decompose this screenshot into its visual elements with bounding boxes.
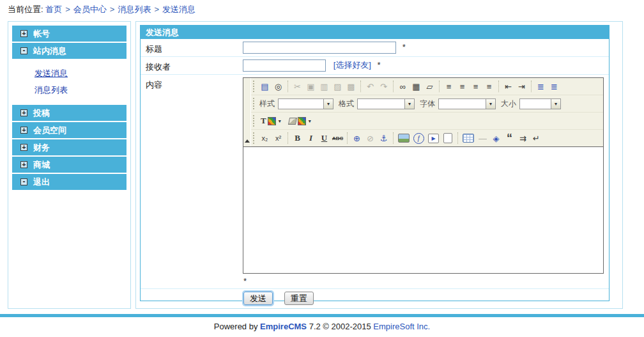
sidebar-item-member-space[interactable]: 会员空间 [12, 122, 126, 138]
blockquote-icon[interactable]: “ [503, 132, 516, 145]
expand-icon [20, 30, 27, 37]
toolbar-separator [393, 81, 394, 92]
breadcrumb-link-member-center[interactable]: 会员中心 [73, 4, 107, 14]
title-label: 标题 [141, 39, 241, 56]
collapse-icon [20, 178, 27, 185]
chevron-down-icon [486, 98, 496, 109]
link-icon[interactable]: ⊕ [350, 132, 364, 145]
outdent-icon[interactable]: ⇤ [502, 80, 515, 93]
source-icon[interactable]: ▤ [258, 80, 272, 93]
anchor-icon[interactable]: ⚓ [377, 132, 390, 145]
submenu-item-message-list[interactable]: 消息列表 [34, 82, 126, 98]
paste-text-icon[interactable]: ▨ [331, 80, 344, 93]
size-dropdown[interactable] [519, 98, 561, 109]
receiver-value-cell: [选择好友] * [241, 57, 609, 74]
color-palette-icon [298, 117, 306, 125]
style-dropdown-value [278, 98, 324, 109]
breadcrumb-label: 当前位置: [8, 4, 43, 14]
find-icon[interactable]: ∞ [396, 80, 410, 93]
style-dropdown[interactable] [278, 98, 334, 109]
horizontal-rule-icon[interactable]: — [476, 132, 489, 145]
copy-icon[interactable]: ▣ [304, 80, 318, 93]
reset-button[interactable]: 重置 [284, 292, 314, 305]
cut-icon[interactable]: ✂ [291, 80, 304, 93]
remove-format-icon[interactable]: ▱ [423, 80, 436, 93]
strikethrough-icon[interactable]: ABC [331, 132, 344, 145]
page: 当前位置: 首页>会员中心>消息列表>发送消息 帐号 站内消息 发送消息 消息列… [0, 0, 644, 337]
bullet-list-icon[interactable]: ≣ [548, 80, 561, 93]
receiver-input[interactable] [243, 59, 326, 72]
media-icon[interactable]: ▶ [428, 134, 439, 143]
toolbar-row-3: T [251, 113, 603, 130]
submenu-item-send-message[interactable]: 发送消息 [34, 65, 126, 82]
editor-content-area[interactable] [243, 147, 603, 273]
template-icon[interactable]: ⇉ [516, 132, 530, 145]
paste-icon[interactable]: ▥ [318, 80, 331, 93]
select-all-icon[interactable]: ▦ [410, 80, 423, 93]
sidebar-item-account[interactable]: 帐号 [12, 26, 126, 42]
underline-icon[interactable]: U [318, 132, 331, 145]
breadcrumb-separator: > [154, 4, 159, 14]
footer-divider [0, 314, 644, 317]
send-button[interactable]: 发送 [243, 292, 273, 305]
empiresoft-link[interactable]: EmpireSoft Inc. [373, 322, 430, 331]
toolbar-separator [439, 81, 440, 92]
choose-friends-link[interactable]: [选择好友] [334, 60, 371, 70]
widget-icon[interactable]: ◈ [489, 132, 503, 145]
new-page-icon[interactable] [443, 133, 452, 143]
buttons-row: 发送 重置 [141, 289, 609, 308]
superscript-icon[interactable]: x² [272, 132, 285, 145]
undo-icon[interactable]: ↶ [364, 80, 377, 93]
align-center-icon[interactable]: ≡ [456, 80, 469, 93]
justify-icon[interactable]: ≡ [482, 80, 496, 93]
chevron-down-icon [405, 98, 415, 109]
breadcrumb-link-message-list[interactable]: 消息列表 [118, 4, 151, 14]
collapse-toolbar-button[interactable] [243, 78, 251, 146]
format-dropdown[interactable] [357, 98, 415, 109]
sidebar-item-site-messages[interactable]: 站内消息 [12, 43, 126, 59]
version-text: 7.2 [309, 322, 321, 331]
editor-toolbar: ▤◎✂▣▥▨▩↶↷∞▦▱≡≡≡≡⇤⇥≣≣ 样式 格式 字体 大小 [243, 78, 603, 147]
preview-icon[interactable]: ◎ [272, 80, 285, 93]
italic-icon[interactable]: I [304, 132, 318, 145]
breadcrumb-separator: > [65, 4, 70, 14]
redo-icon[interactable]: ↷ [377, 80, 390, 93]
toolbar-separator [498, 81, 499, 92]
title-value-cell: * [241, 39, 609, 56]
title-row: 标题 * [141, 39, 609, 57]
sidebar-item-finance[interactable]: 财务 [12, 139, 126, 155]
title-input[interactable] [243, 42, 396, 54]
toolbar-drag-handle [253, 132, 254, 144]
line-break-icon[interactable]: ↵ [530, 132, 543, 145]
image-icon[interactable] [398, 134, 410, 143]
breadcrumb-current-send-message[interactable]: 发送消息 [162, 4, 195, 14]
align-right-icon[interactable]: ≡ [469, 80, 482, 93]
content-label: 内容 [141, 75, 241, 288]
table-icon[interactable] [463, 134, 474, 143]
rich-text-editor: ▤◎✂▣▥▨▩↶↷∞▦▱≡≡≡≡⇤⇥≣≣ 样式 格式 字体 大小 [243, 77, 604, 274]
sidebar-item-label: 商城 [33, 159, 50, 171]
sidebar-item-label: 退出 [33, 176, 50, 188]
bold-icon[interactable]: B [291, 132, 304, 145]
expand-icon [20, 109, 27, 116]
empirecms-link[interactable]: EmpireCMS [260, 322, 307, 331]
format-combo-label: 格式 [339, 98, 354, 109]
flash-icon[interactable]: ƒ [413, 133, 424, 144]
text-color-icon: T [261, 116, 266, 126]
font-dropdown[interactable] [438, 98, 496, 109]
sidebar-item-submit-article[interactable]: 投稿 [12, 105, 126, 121]
indent-icon[interactable]: ⇥ [515, 80, 528, 93]
background-color-button[interactable] [286, 116, 314, 126]
color-palette-icon [268, 117, 276, 125]
sidebar-item-mall[interactable]: 商城 [12, 157, 126, 173]
chevron-down-icon [551, 98, 561, 109]
subscript-icon[interactable]: x₂ [258, 132, 272, 145]
breadcrumb-link-home[interactable]: 首页 [45, 4, 62, 14]
unlink-icon[interactable]: ⊘ [364, 132, 377, 145]
sidebar-item-logout[interactable]: 退出 [12, 174, 126, 190]
text-color-button[interactable]: T [258, 115, 284, 127]
style-combo-label: 样式 [259, 98, 275, 109]
paste-word-icon[interactable]: ▩ [344, 80, 358, 93]
ordered-list-icon[interactable]: ≣ [534, 80, 548, 93]
align-left-icon[interactable]: ≡ [442, 80, 456, 93]
